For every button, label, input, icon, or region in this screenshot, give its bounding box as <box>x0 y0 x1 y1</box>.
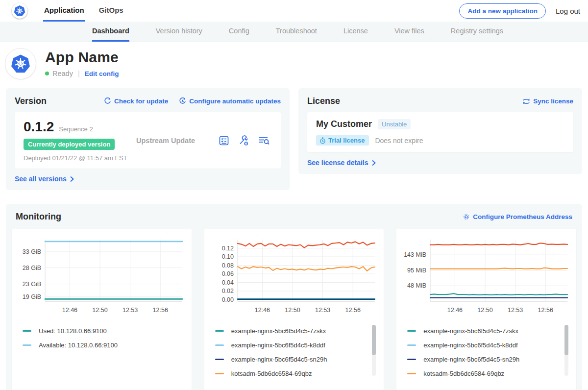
legend-series-label: example-nginx-5bc6f5d4c5-7zskx <box>231 327 326 335</box>
svg-text:12:56: 12:56 <box>345 307 361 314</box>
top-nav: Application GitOps Add a new application… <box>0 0 588 22</box>
legend-series-label: example-nginx-5bc6f5d4c5-k8ddf <box>231 341 325 349</box>
svg-text:33 GiB: 33 GiB <box>23 248 41 255</box>
release-notes-icon[interactable] <box>218 135 230 146</box>
memory-usage-card: 12:4612:5012:5312:5648 MiB95 MiB143 MiB … <box>396 229 576 390</box>
svg-text:12:50: 12:50 <box>285 307 300 314</box>
tab-dashboard[interactable]: Dashboard <box>92 22 129 42</box>
configure-prometheus-link[interactable]: Configure Prometheus Address <box>463 213 572 220</box>
app-header: App Name Ready | Edit config <box>0 42 588 88</box>
view-logs-icon[interactable] <box>257 135 270 146</box>
legend-item: Used: 10.128.0.66:9100 <box>23 324 174 338</box>
configure-automatic-updates-label: Configure automatic updates <box>189 98 281 105</box>
version-card-title: Version <box>15 96 47 106</box>
tab-config[interactable]: Config <box>229 22 249 42</box>
version-source-label: Upstream Update <box>136 137 218 145</box>
svg-text:0.10: 0.10 <box>222 253 234 260</box>
page-title: App Name <box>45 49 119 66</box>
cpu-usage-card: 12:4612:5012:5312:560.000.020.040.060.08… <box>204 229 384 390</box>
disk-usage-card: 12:4612:5012:5312:5619 GiB23 GiB28 GiB33… <box>12 229 192 390</box>
monitoring-title: Monitoring <box>16 212 61 222</box>
see-all-versions-label: See all versions <box>15 175 67 183</box>
legend-item: example-nginx-5bc6f5d4c5-sn29h <box>215 352 367 366</box>
cpu-usage-legend: example-nginx-5bc6f5d4c5-7zskxexample-ng… <box>215 324 381 383</box>
configure-automatic-updates-link[interactable]: Configure automatic updates <box>179 98 281 105</box>
cpu-usage-chart: 12:4612:5012:5312:560.000.020.040.060.08… <box>207 235 381 319</box>
chevron-right-icon <box>69 176 74 182</box>
svg-text:23 GiB: 23 GiB <box>23 281 41 288</box>
svg-text:0.00: 0.00 <box>222 296 234 303</box>
sync-icon <box>522 98 530 105</box>
version-number: 0.1.2 <box>24 119 54 135</box>
topnav-tab-label: GitOps <box>99 6 123 14</box>
tab-view-files[interactable]: View files <box>394 22 424 42</box>
version-card: Version Check for update Configure autom… <box>6 88 290 190</box>
legend-item: Available: 10.128.0.66:9100 <box>23 338 174 352</box>
channel-badge: Unstable <box>378 119 411 129</box>
legend-series-label: example-nginx-5bc6f5d4c5-k8ddf <box>423 341 517 349</box>
legend-scrollbar-track <box>564 325 568 376</box>
svg-text:19 GiB: 19 GiB <box>23 293 41 300</box>
svg-text:12:46: 12:46 <box>62 307 77 314</box>
svg-text:28 GiB: 28 GiB <box>23 265 41 271</box>
license-card-title: License <box>307 96 340 106</box>
svg-text:0.02: 0.02 <box>222 288 234 294</box>
status-text: Ready <box>52 70 73 77</box>
svg-text:0.08: 0.08 <box>222 262 234 269</box>
legend-series-label: Available: 10.128.0.66:9100 <box>39 341 118 349</box>
legend-item: kotsadm-5db6dc6584-69qbz <box>215 366 367 381</box>
legend-series-dash <box>215 359 224 360</box>
deployed-badge: Currently deployed version <box>24 139 115 150</box>
svg-text:12:50: 12:50 <box>477 307 492 314</box>
legend-scrollbar[interactable] <box>372 325 376 355</box>
status-dot <box>45 72 49 75</box>
edit-config-link[interactable]: Edit config <box>85 70 119 77</box>
check-for-update-label: Check for update <box>114 98 168 105</box>
svg-text:12:50: 12:50 <box>93 307 108 314</box>
logout-link[interactable]: Log out <box>556 7 580 15</box>
memory-usage-legend: example-nginx-5bc6f5d4c5-7zskxexample-ng… <box>407 324 573 383</box>
svg-text:0.12: 0.12 <box>222 245 234 252</box>
kubernetes-wheel-icon <box>13 4 26 17</box>
svg-text:12:53: 12:53 <box>508 307 523 314</box>
see-license-details-link[interactable]: See license details <box>307 159 376 167</box>
sync-license-link[interactable]: Sync license <box>522 98 573 105</box>
topnav-tabs: Application GitOps <box>43 0 124 22</box>
svg-text:12:46: 12:46 <box>447 307 462 314</box>
topnav-tab-label: Application <box>44 6 84 14</box>
gear-icon <box>463 213 470 220</box>
legend-series-dash <box>407 373 416 374</box>
topnav-tab-gitops[interactable]: GitOps <box>98 0 124 22</box>
tab-version-history[interactable]: Version history <box>156 22 202 42</box>
kubernetes-logo[interactable] <box>12 3 27 19</box>
config-wrench-icon[interactable] <box>238 135 249 146</box>
legend-item: example-nginx-5bc6f5d4c5-7zskx <box>407 324 559 338</box>
see-all-versions-link[interactable]: See all versions <box>15 175 74 183</box>
app-logo <box>5 48 36 79</box>
legend-scrollbar-track <box>372 325 376 376</box>
legend-series-label: example-nginx-5bc6f5d4c5-sn29h <box>231 356 327 363</box>
legend-series-dash <box>23 344 31 346</box>
legend-item: example-nginx-5bc6f5d4c5-7zskx <box>215 324 367 338</box>
legend-series-dash <box>407 330 416 332</box>
svg-text:143 MiB: 143 MiB <box>404 251 426 258</box>
tab-troubleshoot[interactable]: Troubleshoot <box>276 22 317 42</box>
tab-registry-settings[interactable]: Registry settings <box>451 22 503 42</box>
legend-item: kotsadm-5db6dc6584-69qbz <box>407 366 559 381</box>
topnav-tab-application[interactable]: Application <box>43 0 85 22</box>
legend-series-dash <box>215 373 224 374</box>
app-sub-nav: Dashboard Version history Config Trouble… <box>0 22 588 42</box>
legend-series-label: kotsadm-5db6dc6584-69qbz <box>231 370 312 377</box>
current-version-row: 0.1.2 Sequence 2 Currently deployed vers… <box>15 112 281 169</box>
legend-series-dash <box>215 344 224 346</box>
svg-text:0.06: 0.06 <box>222 270 234 277</box>
svg-text:12:53: 12:53 <box>315 307 330 314</box>
license-type-badge: Trial license <box>316 135 369 146</box>
license-expiry: Does not expire <box>375 137 423 145</box>
tab-license[interactable]: License <box>343 22 368 42</box>
legend-series-dash <box>23 330 31 332</box>
add-application-button[interactable]: Add a new application <box>459 3 546 19</box>
check-for-update-link[interactable]: Check for update <box>104 98 168 105</box>
legend-item: example-nginx-5bc6f5d4c5-sn29h <box>407 352 559 366</box>
legend-scrollbar[interactable] <box>564 325 568 355</box>
